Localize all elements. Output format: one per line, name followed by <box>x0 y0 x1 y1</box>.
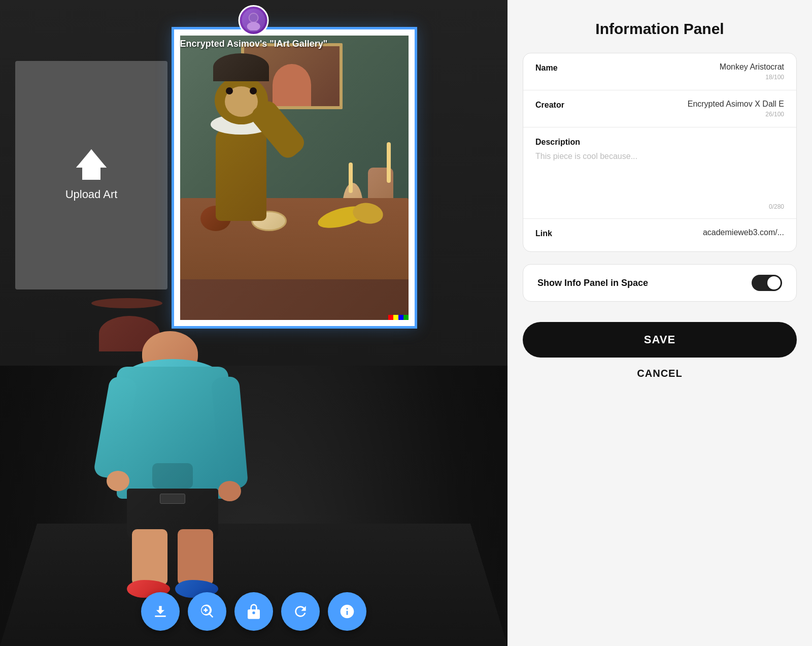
painting-content <box>180 36 409 320</box>
color-bar <box>388 315 409 320</box>
color-block-red <box>388 315 393 320</box>
monkey-eye-right <box>250 87 257 94</box>
bottom-toolbar <box>141 592 366 631</box>
creator-value-container: Encrypted Asimov X Dall E 26/100 <box>596 100 784 118</box>
character-3d <box>101 331 244 595</box>
color-block-green <box>403 315 409 320</box>
char-hand-left <box>107 471 129 491</box>
name-char-count: 18/100 <box>765 74 784 81</box>
toggle-knob <box>767 276 781 289</box>
avatar-nametag: Encrypted Asimov's "IArt Gallery" <box>180 5 328 49</box>
upload-label: Upload Art <box>65 188 118 201</box>
creator-label: Creator <box>535 100 596 110</box>
form-card: Name Monkey Aristocrat 18/100 Creator En… <box>523 53 797 252</box>
avatar-face-icon <box>242 9 265 32</box>
cancel-button[interactable]: CANCEL <box>637 368 682 379</box>
monkey-hat <box>213 53 269 81</box>
upload-panel[interactable]: Upload Art <box>15 61 167 289</box>
info-panel-title: Information Panel <box>595 20 724 38</box>
toggle-switch[interactable] <box>752 275 782 291</box>
svg-point-2 <box>250 14 258 22</box>
char-hand-right <box>218 481 241 501</box>
banana-2 <box>351 201 385 226</box>
toggle-card: Show Info Panel in Space <box>523 264 797 302</box>
name-value: Monkey Aristocrat <box>720 62 784 72</box>
description-placeholder: This piece is cool because... <box>535 152 637 208</box>
char-hat-brim <box>91 298 162 308</box>
toggle-label: Show Info Panel in Space <box>537 278 648 288</box>
candle-1 <box>387 142 391 183</box>
artwork-frame <box>173 28 416 328</box>
name-label: Name <box>535 62 596 73</box>
zoom-button[interactable] <box>188 592 226 631</box>
upload-icon <box>76 149 107 180</box>
zoom-icon <box>199 603 215 620</box>
creator-value: Encrypted Asimov X Dall E <box>688 100 784 109</box>
color-block-yellow <box>393 315 398 320</box>
description-char-count: 0/280 <box>769 203 784 210</box>
lock-icon <box>246 603 262 620</box>
link-label: Link <box>535 228 596 238</box>
download-icon <box>152 603 168 620</box>
link-row: Link academieweb3.com/... <box>523 219 796 251</box>
info-button[interactable] <box>328 592 366 631</box>
shorts-belt <box>160 494 185 504</box>
char-leg-left <box>132 529 167 585</box>
game-viewport: Upload Art <box>0 0 507 646</box>
candle-2 <box>349 163 353 193</box>
char-leg-right <box>178 529 213 585</box>
monkey-body <box>216 124 266 221</box>
color-block-blue <box>398 315 403 320</box>
download-button[interactable] <box>141 592 180 631</box>
info-panel: Information Panel Name Monkey Aristocrat… <box>507 0 812 646</box>
refresh-button[interactable] <box>281 592 320 631</box>
info-icon <box>339 603 355 620</box>
hoodie-pocket <box>152 463 193 489</box>
lock-button[interactable] <box>234 592 273 631</box>
svg-point-1 <box>247 22 260 30</box>
creator-row: Creator Encrypted Asimov X Dall E 26/100 <box>523 90 796 127</box>
save-button[interactable]: SAVE <box>523 322 797 358</box>
name-row: Name Monkey Aristocrat 18/100 <box>523 53 796 90</box>
creator-char-count: 26/100 <box>765 111 784 118</box>
description-row: Description This piece is cool because..… <box>523 127 796 219</box>
monkey-eye-left <box>226 87 233 94</box>
artwork-inner <box>180 36 409 320</box>
name-value-container: Monkey Aristocrat 18/100 <box>596 62 784 81</box>
link-value: academieweb3.com/... <box>596 228 784 237</box>
refresh-icon <box>292 603 309 620</box>
avatar-avatar <box>239 5 269 36</box>
avatar-gallery-name: Encrypted Asimov's "IArt Gallery" <box>180 39 328 49</box>
description-label: Description <box>535 138 580 147</box>
monkey-figure <box>211 104 272 221</box>
